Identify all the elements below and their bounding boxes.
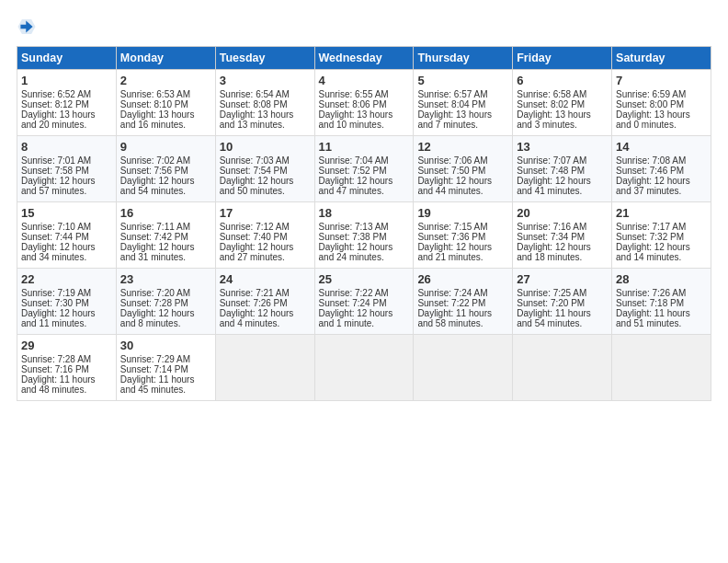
sunrise-text: Sunrise: 7:06 AM bbox=[417, 155, 487, 166]
sunset-text: Sunset: 7:48 PM bbox=[517, 166, 585, 176]
day-cell-2: 2Sunrise: 6:53 AMSunset: 8:10 PMDaylight… bbox=[116, 70, 215, 136]
sunrise-text: Sunrise: 7:25 AM bbox=[517, 288, 586, 298]
sunset-text: Sunset: 8:00 PM bbox=[616, 99, 684, 109]
col-wednesday: Wednesday bbox=[314, 47, 414, 70]
day-number: 2 bbox=[120, 74, 211, 87]
header bbox=[17, 17, 711, 37]
page: Sunday Monday Tuesday Wednesday Thursday… bbox=[0, 0, 728, 412]
sunset-text: Sunset: 8:04 PM bbox=[417, 99, 485, 109]
day-cell-12: 12Sunrise: 7:06 AMSunset: 7:50 PMDayligh… bbox=[414, 136, 513, 202]
sunset-text: Sunset: 7:50 PM bbox=[417, 166, 485, 176]
day-cell-23: 23Sunrise: 7:20 AMSunset: 7:28 PMDayligh… bbox=[116, 269, 215, 335]
sunrise-text: Sunrise: 6:53 AM bbox=[120, 89, 190, 99]
sunset-text: Sunset: 7:38 PM bbox=[319, 232, 387, 242]
day-number: 21 bbox=[616, 206, 707, 220]
daylight-text: Daylight: 13 hours and 7 minutes. bbox=[417, 109, 492, 130]
day-cell-16: 16Sunrise: 7:11 AMSunset: 7:42 PMDayligh… bbox=[116, 202, 215, 269]
daylight-text: Daylight: 11 hours and 48 minutes. bbox=[21, 374, 96, 395]
sunset-text: Sunset: 7:14 PM bbox=[120, 364, 188, 374]
sunrise-text: Sunrise: 7:04 AM bbox=[319, 155, 389, 166]
day-cell-25: 25Sunrise: 7:22 AMSunset: 7:24 PMDayligh… bbox=[314, 269, 414, 335]
daylight-text: Daylight: 11 hours and 45 minutes. bbox=[120, 374, 195, 395]
day-number: 17 bbox=[220, 206, 311, 220]
day-cell-20: 20Sunrise: 7:16 AMSunset: 7:34 PMDayligh… bbox=[513, 202, 612, 269]
sunset-text: Sunset: 7:16 PM bbox=[21, 364, 89, 374]
daylight-text: Daylight: 13 hours and 10 minutes. bbox=[319, 109, 393, 130]
day-number: 10 bbox=[220, 140, 311, 154]
daylight-text: Daylight: 12 hours and 57 minutes. bbox=[21, 176, 96, 196]
calendar-table: Sunday Monday Tuesday Wednesday Thursday… bbox=[17, 46, 711, 401]
daylight-text: Daylight: 13 hours and 3 minutes. bbox=[517, 109, 591, 130]
sunrise-text: Sunrise: 7:26 AM bbox=[616, 288, 686, 298]
sunset-text: Sunset: 7:40 PM bbox=[220, 232, 288, 242]
day-number: 14 bbox=[616, 140, 707, 154]
day-number: 4 bbox=[319, 74, 410, 87]
daylight-text: Daylight: 12 hours and 24 minutes. bbox=[319, 242, 393, 262]
sunset-text: Sunset: 7:54 PM bbox=[220, 166, 288, 176]
week-row-3: 15Sunrise: 7:10 AMSunset: 7:44 PMDayligh… bbox=[17, 202, 711, 269]
sunrise-text: Sunrise: 6:54 AM bbox=[220, 89, 290, 99]
sunrise-text: Sunrise: 7:01 AM bbox=[21, 155, 91, 166]
empty-cell bbox=[513, 335, 612, 401]
day-cell-14: 14Sunrise: 7:08 AMSunset: 7:46 PMDayligh… bbox=[612, 136, 711, 202]
day-cell-9: 9Sunrise: 7:02 AMSunset: 7:56 PMDaylight… bbox=[116, 136, 215, 202]
daylight-text: Daylight: 13 hours and 0 minutes. bbox=[616, 109, 690, 130]
col-sunday: Sunday bbox=[17, 47, 117, 70]
day-cell-6: 6Sunrise: 6:58 AMSunset: 8:02 PMDaylight… bbox=[513, 70, 612, 136]
col-monday: Monday bbox=[116, 47, 215, 70]
sunset-text: Sunset: 8:02 PM bbox=[517, 99, 585, 109]
day-number: 6 bbox=[517, 74, 608, 87]
day-number: 16 bbox=[120, 206, 211, 220]
day-number: 5 bbox=[417, 74, 508, 87]
day-cell-19: 19Sunrise: 7:15 AMSunset: 7:36 PMDayligh… bbox=[414, 202, 513, 269]
week-row-5: 29Sunrise: 7:28 AMSunset: 7:16 PMDayligh… bbox=[17, 335, 711, 401]
day-number: 7 bbox=[616, 74, 707, 87]
empty-cell bbox=[612, 335, 711, 401]
col-friday: Friday bbox=[513, 47, 612, 70]
week-row-1: 1Sunrise: 6:52 AMSunset: 8:12 PMDaylight… bbox=[17, 70, 711, 136]
day-cell-3: 3Sunrise: 6:54 AMSunset: 8:08 PMDaylight… bbox=[215, 70, 314, 136]
day-number: 9 bbox=[120, 140, 211, 154]
day-cell-18: 18Sunrise: 7:13 AMSunset: 7:38 PMDayligh… bbox=[314, 202, 414, 269]
day-number: 29 bbox=[21, 339, 112, 352]
sunset-text: Sunset: 7:56 PM bbox=[120, 166, 188, 176]
daylight-text: Daylight: 11 hours and 58 minutes. bbox=[417, 308, 492, 328]
day-number: 23 bbox=[120, 272, 211, 286]
sunset-text: Sunset: 7:44 PM bbox=[21, 232, 89, 242]
sunset-text: Sunset: 7:34 PM bbox=[517, 232, 585, 242]
day-number: 28 bbox=[616, 272, 707, 286]
sunset-text: Sunset: 7:30 PM bbox=[21, 298, 89, 308]
day-number: 11 bbox=[319, 140, 410, 154]
day-cell-22: 22Sunrise: 7:19 AMSunset: 7:30 PMDayligh… bbox=[17, 269, 117, 335]
sunset-text: Sunset: 7:18 PM bbox=[616, 298, 684, 308]
sunset-text: Sunset: 8:08 PM bbox=[220, 99, 288, 109]
sunrise-text: Sunrise: 7:10 AM bbox=[21, 222, 91, 232]
daylight-text: Daylight: 12 hours and 11 minutes. bbox=[21, 308, 96, 328]
day-cell-28: 28Sunrise: 7:26 AMSunset: 7:18 PMDayligh… bbox=[612, 269, 711, 335]
sunset-text: Sunset: 7:46 PM bbox=[616, 166, 684, 176]
day-cell-17: 17Sunrise: 7:12 AMSunset: 7:40 PMDayligh… bbox=[215, 202, 314, 269]
day-number: 12 bbox=[417, 140, 508, 154]
sunrise-text: Sunrise: 6:57 AM bbox=[417, 89, 487, 99]
sunrise-text: Sunrise: 7:02 AM bbox=[120, 155, 190, 166]
daylight-text: Daylight: 12 hours and 44 minutes. bbox=[417, 176, 492, 196]
daylight-text: Daylight: 12 hours and 37 minutes. bbox=[616, 176, 690, 196]
sunset-text: Sunset: 7:36 PM bbox=[417, 232, 485, 242]
day-cell-29: 29Sunrise: 7:28 AMSunset: 7:16 PMDayligh… bbox=[17, 335, 117, 401]
logo-icon bbox=[17, 17, 37, 37]
day-number: 19 bbox=[417, 206, 508, 220]
daylight-text: Daylight: 12 hours and 50 minutes. bbox=[220, 176, 294, 196]
day-cell-30: 30Sunrise: 7:29 AMSunset: 7:14 PMDayligh… bbox=[116, 335, 215, 401]
empty-cell bbox=[314, 335, 414, 401]
sunrise-text: Sunrise: 7:17 AM bbox=[616, 222, 686, 232]
day-number: 13 bbox=[517, 140, 608, 154]
daylight-text: Daylight: 12 hours and 14 minutes. bbox=[616, 242, 690, 262]
week-row-4: 22Sunrise: 7:19 AMSunset: 7:30 PMDayligh… bbox=[17, 269, 711, 335]
day-number: 1 bbox=[21, 74, 112, 87]
sunrise-text: Sunrise: 7:16 AM bbox=[517, 222, 586, 232]
day-number: 3 bbox=[220, 74, 311, 87]
daylight-text: Daylight: 13 hours and 16 minutes. bbox=[120, 109, 195, 130]
sunset-text: Sunset: 7:26 PM bbox=[220, 298, 288, 308]
sunset-text: Sunset: 7:42 PM bbox=[120, 232, 188, 242]
daylight-text: Daylight: 12 hours and 1 minute. bbox=[319, 308, 393, 328]
